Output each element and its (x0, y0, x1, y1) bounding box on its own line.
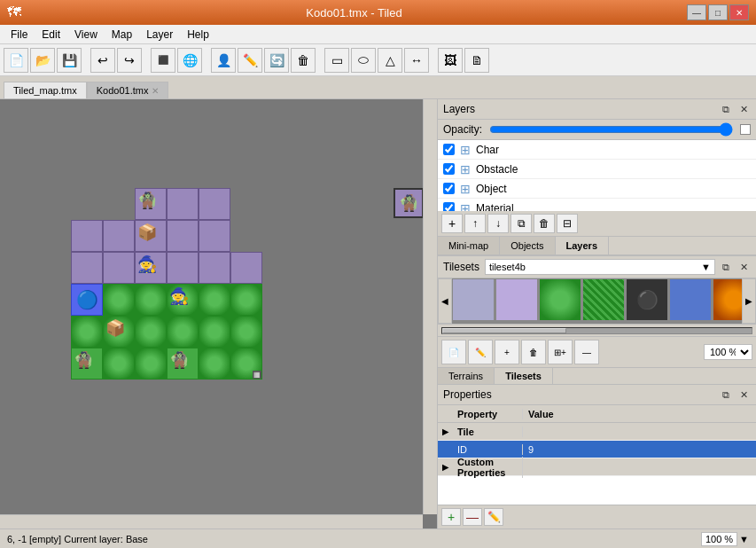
fill-button[interactable]: 🔄 (264, 48, 289, 73)
zoom-value[interactable]: 100 % (701, 532, 737, 546)
layers-close-button[interactable]: ✕ (737, 102, 751, 116)
layer-char-icon: ⊞ (460, 143, 471, 157)
erase-button[interactable]: 🗑 (291, 48, 316, 73)
menu-file[interactable]: File (4, 27, 35, 43)
vertical-scrollbar[interactable] (423, 99, 437, 514)
polygon-select[interactable]: △ (378, 48, 402, 73)
pencil-button[interactable]: ✏️ (238, 48, 262, 73)
tab-minimap[interactable]: Mini-map (438, 237, 500, 254)
layer-char-visible[interactable] (443, 144, 455, 155)
globe-button[interactable]: 🌐 (177, 48, 202, 73)
tileset-add-button[interactable]: + (495, 340, 519, 364)
tileset-view[interactable]: 🖼 (438, 48, 463, 73)
zoom-dropdown-arrow[interactable]: ▼ (739, 534, 749, 544)
menu-help[interactable]: Help (180, 27, 216, 43)
layer-material[interactable]: ⊞ Material (438, 199, 756, 211)
layer-delete-button[interactable]: 🗑 (534, 214, 555, 233)
tileset-scrollbar[interactable] (438, 325, 756, 337)
layers-toolbar: + ↑ ↓ ⧉ 🗑 ⊟ (438, 211, 756, 237)
new-button[interactable]: 📄 (4, 48, 28, 73)
layers-title: Layers (443, 103, 475, 115)
layer-material-visible[interactable] (443, 202, 455, 211)
tile-5[interactable] (669, 278, 712, 321)
prop-add-button[interactable]: + (441, 508, 461, 526)
layer-obstacle-visible[interactable] (443, 163, 455, 175)
prop-header-val: Value (523, 409, 756, 419)
menu-edit[interactable]: Edit (35, 27, 67, 43)
opacity-row: Opacity: (438, 120, 756, 140)
tab-layers[interactable]: Layers (556, 237, 609, 254)
canvas-area[interactable]: 🧌 🧌 📦 (0, 99, 437, 528)
layer-copy-button[interactable]: ⧉ (510, 214, 532, 233)
tileset-remove-button[interactable]: 🗑 (521, 340, 546, 364)
tab-kodo01-close[interactable]: ✕ (152, 86, 159, 96)
layer-merge-button[interactable]: ⊟ (557, 214, 578, 233)
tab-kodo01[interactable]: Kodo01.tmx ✕ (87, 82, 169, 98)
layers-list: ⊞ Char ⊞ Obstacle ⊞ Object ⊞ Material (438, 140, 756, 211)
menu-view[interactable]: View (67, 27, 105, 43)
tile-4[interactable]: ⚫ (626, 278, 668, 321)
redo-button[interactable]: ↪ (117, 48, 142, 73)
layer-down-button[interactable]: ↓ (487, 214, 509, 233)
tile-3[interactable] (582, 278, 625, 321)
sub-tab-tilesets[interactable]: Tilesets (495, 368, 553, 384)
opacity-scroll[interactable] (740, 124, 751, 135)
ellipse-select[interactable]: ⬭ (351, 48, 376, 73)
prop-remove-button[interactable]: — (463, 508, 482, 526)
tileset-removetile-button[interactable]: — (574, 340, 599, 364)
tileset-current: tileset4b (489, 262, 526, 272)
layers-float-button[interactable]: ⧉ (719, 102, 733, 116)
prop-edit-button[interactable]: ✏️ (484, 508, 503, 526)
tiles-scroll-left[interactable]: ◀ (438, 278, 452, 324)
tile-1[interactable] (495, 278, 538, 321)
tab-tiled-map[interactable]: Tiled_map.tmx (4, 82, 87, 98)
properties-close-button[interactable]: ✕ (737, 388, 751, 402)
layer-obstacle[interactable]: ⊞ Obstacle (438, 160, 756, 179)
tileset-edit-button[interactable]: ✏️ (468, 340, 493, 364)
layer-object[interactable]: ⊞ Object (438, 179, 756, 199)
maximize-button[interactable]: □ (708, 4, 728, 20)
scrollbar-track[interactable] (441, 327, 752, 334)
tab-kodo01-label: Kodo01.tmx (97, 85, 149, 96)
tiles-scroll-right[interactable]: ▶ (742, 278, 756, 324)
layer-up-button[interactable]: ↑ (464, 214, 486, 233)
layer-char[interactable]: ⊞ Char (438, 140, 756, 160)
titlebar-controls: — □ ✕ (687, 4, 749, 20)
tile-6[interactable] (713, 278, 742, 321)
layer-object-visible[interactable] (443, 183, 455, 194)
prop-header-key: Property (452, 409, 523, 419)
minimize-button[interactable]: — (687, 4, 706, 20)
prop-id-val: 9 (523, 444, 756, 455)
menu-layer[interactable]: Layer (139, 27, 180, 43)
select-button[interactable]: 👤 (211, 48, 236, 73)
menu-map[interactable]: Map (105, 27, 139, 43)
sub-tab-terrains[interactable]: Terrains (438, 368, 495, 384)
close-button[interactable]: ✕ (729, 4, 749, 20)
opacity-slider[interactable] (489, 123, 733, 136)
properties-panel: Properties ⧉ ✕ Property Value ▶ Tile (438, 385, 756, 528)
status-position: 6, -1 [empty] Current layer: Base (7, 534, 148, 544)
save-button[interactable]: 💾 (57, 48, 82, 73)
tilesets-close-button[interactable]: ✕ (737, 260, 751, 274)
open-button[interactable]: 📂 (30, 48, 55, 73)
layer-add-button[interactable]: + (441, 214, 463, 233)
polyline-select[interactable]: ↔ (404, 48, 429, 73)
status-coords: 6, -1 [empty] (7, 534, 61, 544)
rect-select[interactable]: ▭ (324, 48, 349, 73)
scrollbar-thumb[interactable] (442, 328, 566, 333)
tilesets-toolbar-left: 📄 ✏️ + 🗑 ⊞+ — (441, 340, 599, 364)
layers-panel: Layers ⧉ ✕ Opacity: ⊞ Char ⊞ (438, 99, 756, 256)
undo-button[interactable]: ↩ (90, 48, 115, 73)
tile-2[interactable] (539, 278, 581, 321)
tile-0[interactable] (452, 278, 495, 321)
tileset-addtile-button[interactable]: ⊞+ (548, 340, 573, 364)
tileset-dropdown[interactable]: tileset4b ▼ (485, 259, 715, 275)
props-view[interactable]: 🗎 (464, 48, 489, 73)
tileset-zoom-select[interactable]: 100 % 50 % 200 % (704, 344, 752, 360)
tilesets-float-button[interactable]: ⧉ (719, 260, 733, 274)
stamp-button[interactable]: ⬛ (151, 48, 175, 73)
horizontal-scrollbar[interactable] (0, 514, 423, 528)
properties-float-button[interactable]: ⧉ (719, 388, 733, 402)
tab-objects[interactable]: Objects (500, 237, 555, 254)
tileset-new-button[interactable]: 📄 (441, 340, 466, 364)
